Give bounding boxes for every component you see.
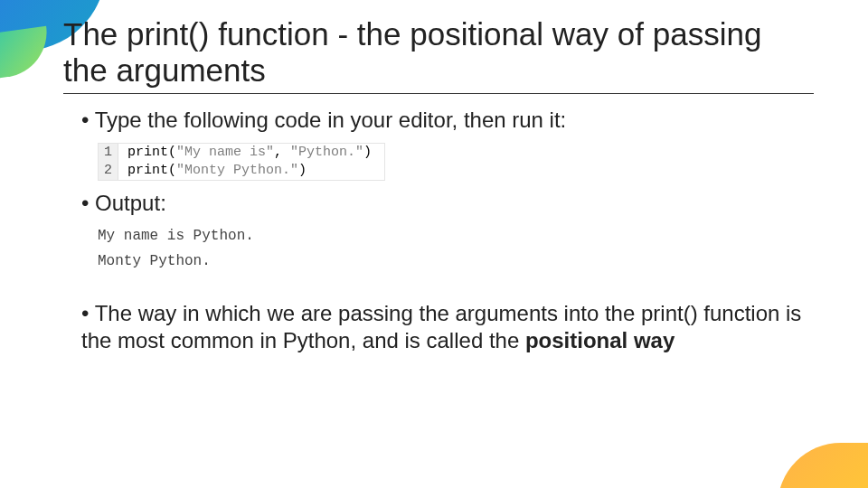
output-block: My name is Python. Monty Python. <box>98 228 254 278</box>
slide-content: The print() function - the positional wa… <box>0 0 868 354</box>
line-number: 1 <box>99 144 118 162</box>
code-line-1: 1 print("My name is", "Python.") <box>99 144 384 162</box>
term-positional-way: positional way <box>525 328 675 352</box>
bullet-explanation: The way in which we are passing the argu… <box>81 300 814 354</box>
decor-bottom-right-orange <box>778 443 868 488</box>
code-text: print("My name is", "Python.") <box>118 144 384 162</box>
line-number: 2 <box>99 162 118 180</box>
output-line-2: Monty Python. <box>98 253 254 269</box>
code-block: 1 print("My name is", "Python.") 2 print… <box>98 143 385 182</box>
code-text: print("Monty Python.") <box>118 162 319 180</box>
bullet-output-label: Output: <box>81 190 814 217</box>
output-line-1: My name is Python. <box>98 228 254 244</box>
bullet-instruction: Type the following code in your editor, … <box>81 107 814 134</box>
slide-title: The print() function - the positional wa… <box>63 16 814 94</box>
slide: The print() function - the positional wa… <box>0 0 868 488</box>
code-line-2: 2 print("Monty Python.") <box>99 162 384 180</box>
